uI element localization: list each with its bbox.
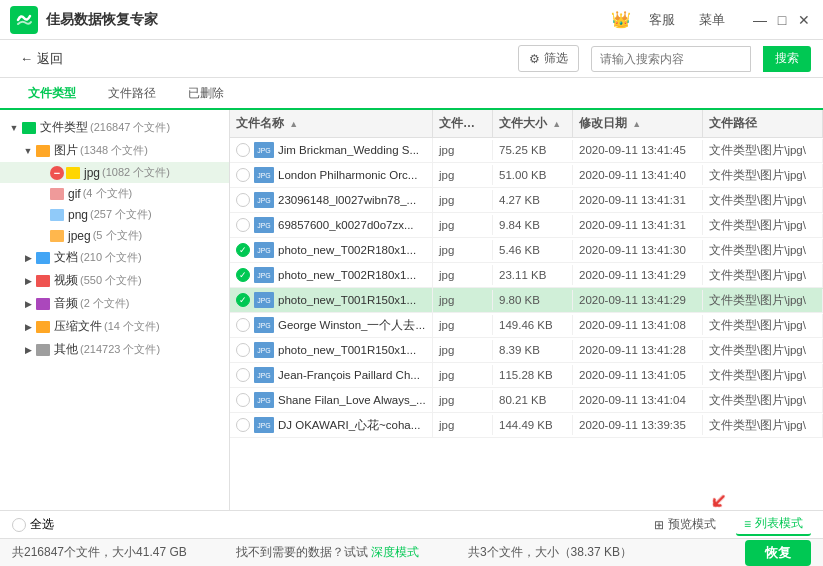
sidebar-item-7[interactable]: ▶视频(550 个文件) <box>0 269 229 292</box>
file-path-cell: 文件类型\图片\jpg\ <box>703 214 823 237</box>
file-date-cell: 2020-09-11 13:41:04 <box>573 390 703 410</box>
table-row[interactable]: JPGDJ OKAWARI_心花~coha...jpg144.49 KB2020… <box>230 413 823 438</box>
search-input[interactable] <box>591 46 751 72</box>
file-select-checkbox[interactable] <box>236 168 250 182</box>
file-path-cell: 文件类型\图片\jpg\ <box>703 264 823 287</box>
sidebar-item-label: png <box>68 208 88 222</box>
table-row[interactable]: JPGphoto_new_T001R150x1...jpg8.39 KB2020… <box>230 338 823 363</box>
file-type-color-icon <box>22 122 36 134</box>
tab-file-path[interactable]: 文件路径 <box>92 79 172 110</box>
filter-button[interactable]: ⚙ 筛选 <box>518 45 579 72</box>
sidebar-item-3[interactable]: gif(4 个文件) <box>0 183 229 204</box>
sidebar-item-count: (550 个文件) <box>80 273 142 288</box>
sidebar-item-label: 音频 <box>54 295 78 312</box>
sort-size-icon: ▲ <box>552 119 561 129</box>
file-select-checkbox[interactable]: ✓ <box>236 268 250 282</box>
preview-mode-button[interactable]: ⊞ 预览模式 <box>646 514 724 535</box>
file-name-text: photo_new_T001R150x1... <box>278 344 416 356</box>
file-select-checkbox[interactable] <box>236 368 250 382</box>
sidebar-item-2[interactable]: −jpg(1082 个文件) <box>0 162 229 183</box>
file-select-checkbox[interactable] <box>236 393 250 407</box>
file-type-color-icon <box>36 145 50 157</box>
nav-bar: ← 返回 ⚙ 筛选 搜索 <box>0 40 823 78</box>
table-row[interactable]: JPG23096148_l0027wibn78_...jpg4.27 KB202… <box>230 188 823 213</box>
search-button[interactable]: 搜索 <box>763 46 811 72</box>
file-name-text: Jean-François Paillard Ch... <box>278 369 420 381</box>
file-size-cell: 80.21 KB <box>493 390 573 410</box>
maximize-btn[interactable]: □ <box>773 11 791 29</box>
sidebar-item-10[interactable]: ▶其他(214723 个文件) <box>0 338 229 361</box>
sidebar-item-5[interactable]: jpeg(5 个文件) <box>0 225 229 246</box>
title-controls: 👑 客服 菜单 — □ ✕ <box>611 9 813 31</box>
filter-icon: ⚙ <box>529 52 540 66</box>
sidebar-item-1[interactable]: ▼图片(1348 个文件) <box>0 139 229 162</box>
sidebar-item-8[interactable]: ▶音频(2 个文件) <box>0 292 229 315</box>
sidebar-item-count: (5 个文件) <box>93 228 143 243</box>
sidebar-item-4[interactable]: png(257 个文件) <box>0 204 229 225</box>
table-row[interactable]: JPG69857600_k0027d0o7zx...jpg9.84 KB2020… <box>230 213 823 238</box>
file-path-cell: 文件类型\图片\jpg\ <box>703 289 823 312</box>
file-type-cell: jpg <box>433 240 493 260</box>
file-type-cell: jpg <box>433 415 493 435</box>
table-row[interactable]: JPGGeorge Winston_一个人去...jpg149.46 KB202… <box>230 313 823 338</box>
file-select-checkbox[interactable] <box>236 343 250 357</box>
file-date-cell: 2020-09-11 13:41:31 <box>573 190 703 210</box>
table-row[interactable]: ✓JPGphoto_new_T002R180x1...jpg5.46 KB202… <box>230 238 823 263</box>
table-row[interactable]: JPGJim Brickman_Wedding S...jpg75.25 KB2… <box>230 138 823 163</box>
tab-bar: 文件类型 文件路径 已删除 <box>0 78 823 110</box>
tab-deleted[interactable]: 已删除 <box>172 79 240 110</box>
sidebar-item-6[interactable]: ▶文档(210 个文件) <box>0 246 229 269</box>
file-select-checkbox[interactable] <box>236 193 250 207</box>
tree-arrow-icon: ▼ <box>8 122 20 134</box>
file-size-cell: 4.27 KB <box>493 190 573 210</box>
tree-arrow-icon: ▼ <box>22 145 34 157</box>
sidebar-item-0[interactable]: ▼文件类型(216847 个文件) <box>0 116 229 139</box>
file-type-color-icon <box>50 188 64 200</box>
header-size[interactable]: 文件大小 ▲ <box>493 110 573 137</box>
file-thumbnail: JPG <box>254 392 274 408</box>
table-row[interactable]: JPGShane Filan_Love Always_...jpg80.21 K… <box>230 388 823 413</box>
file-type-cell: jpg <box>433 340 493 360</box>
file-select-checkbox[interactable] <box>236 418 250 432</box>
minimize-btn[interactable]: — <box>751 11 769 29</box>
sidebar-item-9[interactable]: ▶压缩文件(14 个文件) <box>0 315 229 338</box>
file-list: JPGJim Brickman_Wedding S...jpg75.25 KB2… <box>230 138 823 510</box>
sidebar-item-count: (214723 个文件) <box>80 342 160 357</box>
table-row[interactable]: ✓JPGphoto_new_T001R150x1...jpg9.80 KB202… <box>230 288 823 313</box>
file-name-text: Jim Brickman_Wedding S... <box>278 144 419 156</box>
file-name-cell: JPG23096148_l0027wibn78_... <box>230 188 433 212</box>
header-date[interactable]: 修改日期 ▲ <box>573 110 703 137</box>
file-select-checkbox[interactable] <box>236 318 250 332</box>
recover-button[interactable]: 恢复 <box>745 540 811 566</box>
list-lines-icon: ≡ <box>744 517 751 531</box>
status-bar: 共216847个文件，大小41.47 GB 找不到需要的数据？试试 深度模式 共… <box>0 538 823 566</box>
sidebar-item-label: 压缩文件 <box>54 318 102 335</box>
file-name-text: London Philharmonic Orc... <box>278 169 417 181</box>
file-thumbnail: JPG <box>254 292 274 308</box>
file-select-checkbox[interactable]: ✓ <box>236 243 250 257</box>
file-date-cell: 2020-09-11 13:41:29 <box>573 265 703 285</box>
file-select-checkbox[interactable]: ✓ <box>236 293 250 307</box>
file-select-checkbox[interactable] <box>236 218 250 232</box>
header-path[interactable]: 文件路径 <box>703 110 823 137</box>
file-name-text: photo_new_T002R180x1... <box>278 269 416 281</box>
deep-mode-link[interactable]: 深度模式 <box>371 545 419 559</box>
back-button[interactable]: ← 返回 <box>12 46 71 72</box>
close-btn[interactable]: ✕ <box>795 11 813 29</box>
table-row[interactable]: JPGLondon Philharmonic Orc...jpg51.00 KB… <box>230 163 823 188</box>
header-name[interactable]: 文件名称 ▲ <box>230 110 433 137</box>
tab-file-type[interactable]: 文件类型 <box>12 79 92 110</box>
list-mode-button[interactable]: ≡ 列表模式 <box>736 513 811 536</box>
table-row[interactable]: JPGJean-François Paillard Ch...jpg115.28… <box>230 363 823 388</box>
table-row[interactable]: ✓JPGphoto_new_T002R180x1...jpg23.11 KB20… <box>230 263 823 288</box>
menu-btn[interactable]: 菜单 <box>693 9 731 31</box>
file-select-checkbox[interactable] <box>236 143 250 157</box>
file-date-cell: 2020-09-11 13:41:40 <box>573 165 703 185</box>
header-type[interactable]: 文件类型 <box>433 110 493 137</box>
hint-label: 找不到需要的数据？试试 <box>236 545 368 559</box>
file-thumbnail: JPG <box>254 342 274 358</box>
customer-service-btn[interactable]: 客服 <box>643 9 681 31</box>
file-type-color-icon <box>36 252 50 264</box>
select-all-checkbox[interactable]: 全选 <box>12 516 54 533</box>
file-name-text: George Winston_一个人去... <box>278 318 425 333</box>
